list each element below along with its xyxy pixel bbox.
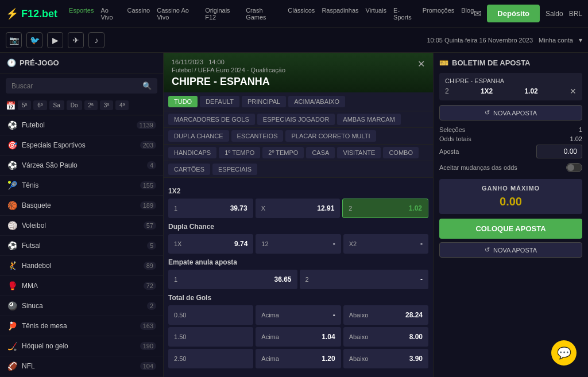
tab-ambas-marcam[interactable]: AMBAS MARCAM — [337, 114, 400, 125]
odds-2[interactable]: 2 1.02 — [342, 199, 428, 218]
date-filter-2a[interactable]: 2ª — [84, 100, 98, 110]
tab-visitante[interactable]: VISITANTE — [337, 147, 381, 158]
odds-12[interactable]: 12 - — [256, 234, 341, 254]
nav-link-clássicos[interactable]: Clássicos — [288, 7, 315, 21]
sidebar-item-hóquei-no-gelo[interactable]: 🏒 Hóquei no gelo 190 — [0, 336, 163, 356]
gols-1-acima-label: Acima — [261, 333, 279, 340]
gols-2-acima-label: Acima — [261, 355, 279, 362]
tab-principal[interactable]: PRINCIPAL — [242, 96, 286, 107]
tab-especiais[interactable]: ESPECIAIS — [212, 164, 257, 175]
sidebar-item-futsal[interactable]: ⚽ Futsal 5 — [0, 236, 163, 256]
sport-name: Especiais Esportivos — [22, 141, 140, 149]
date-filter-sa[interactable]: Sa — [49, 100, 64, 110]
odds-x2[interactable]: X2 - — [343, 234, 428, 254]
nav-link-blog[interactable]: Blog — [461, 7, 474, 21]
sidebar-item-mma[interactable]: 🥊 MMA 72 — [0, 276, 163, 296]
sidebar-item-tênis[interactable]: 🎾 Tênis 155 — [0, 176, 163, 196]
instagram-icon[interactable]: 📷 — [6, 32, 22, 48]
gols-0-abaixo[interactable]: Abaixo 28.24 — [343, 305, 428, 325]
sidebar-item-especiais-esportivos[interactable]: 🎯 Especiais Esportivos 203 — [0, 135, 163, 156]
nav-link-promoções[interactable]: Promoções — [423, 7, 455, 21]
bet-selection-row: 2 1X2 1.02 ✕ — [445, 87, 577, 96]
nav-link-crash-games[interactable]: Crash Games — [246, 7, 281, 21]
sport-name: Handebol — [22, 262, 144, 270]
date-filter-3a[interactable]: 3ª — [100, 100, 113, 110]
mail-icon[interactable]: ✉ — [474, 8, 481, 19]
nav-link-esportes[interactable]: Esportes — [69, 7, 94, 21]
nova-aposta-button-bottom[interactable]: ↺ NOVA APOSTA — [439, 242, 582, 258]
deposit-button[interactable]: Depósito — [487, 5, 540, 22]
sidebar-item-várzea-são-paulo[interactable]: ⚽ Várzea São Paulo 4 — [0, 156, 163, 176]
nav-link-cassino[interactable]: Cassino — [127, 7, 150, 21]
sport-icon: 🏈 — [7, 361, 17, 371]
tab-combo[interactable]: COMBO — [383, 147, 419, 158]
aposta-input[interactable] — [536, 145, 582, 158]
sidebar-item-futebol[interactable]: ⚽ Futebol 1139 — [0, 115, 163, 135]
date-filter-6a[interactable]: 6ª — [33, 100, 47, 110]
sidebar-item-voleibol[interactable]: 🏐 Voleibol 57 — [0, 216, 163, 236]
nova-aposta-button-top[interactable]: ↺ NOVA APOSTA — [439, 105, 582, 121]
odds-toggle[interactable] — [566, 163, 582, 172]
tab-dupla-chance[interactable]: DUPLA CHANCE — [168, 130, 229, 142]
tab-casa[interactable]: CASA — [306, 147, 335, 158]
nav-link-e-sports[interactable]: E-Sports — [393, 7, 416, 21]
bet-entry: CHIPRE - ESPANHA 2 1X2 1.02 ✕ — [439, 73, 582, 100]
gols-0-acima[interactable]: Acima - — [256, 305, 341, 325]
social-bar: 📷 🐦 ▶ ✈ ♪ 10:05 Quinta-feira 16 Novembro… — [0, 28, 588, 53]
sidebar-item-nfl[interactable]: 🏈 NFL 104 — [0, 356, 163, 376]
twitter-icon[interactable]: 🐦 — [26, 32, 42, 48]
bet-close-button[interactable]: ✕ — [570, 87, 577, 96]
nav-link-originais-f12[interactable]: Originais F12 — [205, 7, 239, 21]
sidebar-item-tênis-de-mesa[interactable]: 🏓 Tênis de mesa 163 — [0, 316, 163, 336]
gols-2-acima[interactable]: Acima 1.20 — [256, 349, 341, 368]
sidebar-item-handebol[interactable]: 🤾 Handebol 89 — [0, 256, 163, 276]
sport-name: Tênis — [22, 181, 140, 189]
nav-link-virtuais[interactable]: Virtuais — [366, 7, 386, 21]
tab-2-tempo[interactable]: 2º TEMPO — [262, 147, 304, 158]
close-button[interactable]: ✕ — [417, 59, 425, 69]
odds-x[interactable]: X 12.91 — [256, 199, 341, 218]
sport-icon: 🥊 — [7, 281, 17, 291]
gols-0-line-label: 0.50 — [174, 312, 186, 318]
gols-2-abaixo-label: Abaixo — [349, 355, 369, 362]
tab-marcadores-gols[interactable]: MARCADORES DE GOLS — [168, 114, 255, 125]
sport-icon: 🏓 — [7, 321, 17, 331]
odds-1x[interactable]: 1X 9.74 — [168, 234, 253, 254]
tab-escanteios[interactable]: ESCANTEIOS — [231, 130, 284, 142]
tab-1-tempo[interactable]: 1º TEMPO — [219, 147, 260, 158]
odds-1[interactable]: 1 39.73 — [168, 199, 253, 218]
nav-link-ao-vivo[interactable]: Ao Vivo — [100, 7, 120, 21]
tiktok-icon[interactable]: ♪ — [88, 32, 105, 48]
sidebar-item-basquete[interactable]: 🏀 Basquete 189 — [0, 196, 163, 216]
gols-1-abaixo[interactable]: Abaixo 8.00 — [343, 327, 428, 347]
tab-tudo[interactable]: TUDO — [168, 96, 198, 107]
nav-link-cassino-ao-vivo[interactable]: Cassino Ao Vivo — [157, 7, 198, 21]
odds-empate-2-label: 2 — [305, 276, 309, 283]
gols-0-line: 0.50 — [168, 305, 253, 325]
tab-acima-abaixo[interactable]: ACIMA/ABAIXO — [288, 96, 345, 107]
tab-handicaps[interactable]: HANDICAPS — [168, 147, 216, 158]
telegram-icon[interactable]: ✈ — [68, 32, 84, 48]
tab-placar-correto-multi[interactable]: PLACAR CORRETO MULTI — [285, 130, 376, 142]
odds-empate-1[interactable]: 1 36.65 — [168, 270, 297, 289]
nav-link-raspadinhas[interactable]: Raspadinhas — [322, 7, 358, 21]
search-input[interactable] — [11, 82, 142, 90]
tab-especiais-jogador[interactable]: ESPECIAIS JOGADOR — [257, 114, 335, 125]
gols-2-line: 2.50 — [168, 349, 253, 368]
gols-1-acima[interactable]: Acima 1.04 — [256, 327, 341, 347]
minha-conta-link[interactable]: Minha conta — [539, 37, 573, 44]
chat-bubble[interactable]: 💬 — [551, 340, 577, 366]
date-filter-5a[interactable]: 5ª — [18, 100, 31, 110]
odds-1-label: 1 — [174, 205, 177, 212]
odds-totais-row: Odds totais 1.02 — [439, 135, 582, 142]
date-filter-4a[interactable]: 4ª — [115, 100, 129, 110]
youtube-icon[interactable]: ▶ — [47, 32, 63, 48]
odds-empate-2[interactable]: 2 - — [300, 270, 429, 289]
coloque-aposta-button[interactable]: COLOQUE APOSTA — [439, 219, 582, 239]
gols-2-line-label: 2.50 — [174, 355, 186, 362]
sidebar-item-sinuca[interactable]: 🎱 Sinuca 2 — [0, 296, 163, 316]
tab-cartoes[interactable]: CARTÕES — [168, 164, 210, 175]
tab-default[interactable]: DEFAULT — [200, 96, 239, 107]
gols-2-abaixo[interactable]: Abaixo 3.90 — [343, 349, 428, 368]
date-filter-do[interactable]: Do — [67, 100, 82, 110]
